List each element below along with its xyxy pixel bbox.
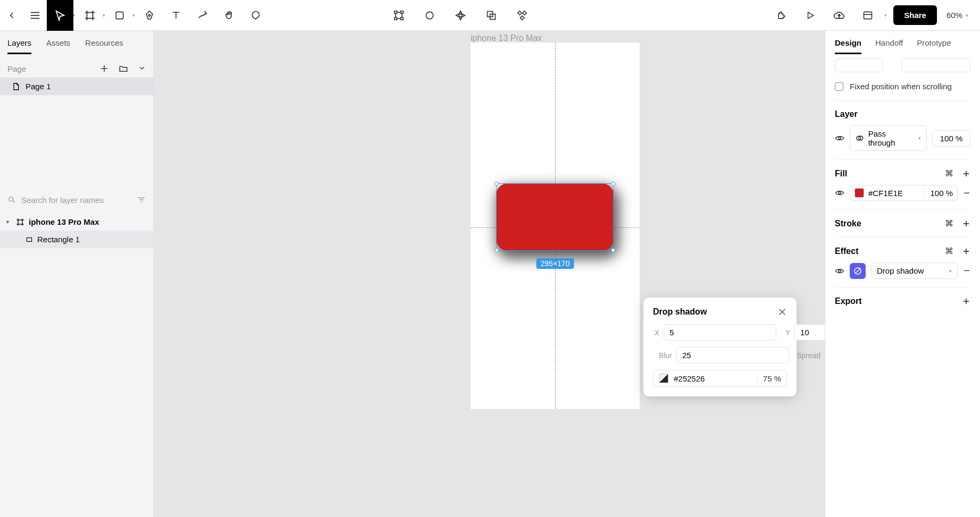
rectangle-tool[interactable] [106,0,133,31]
remove-fill-button[interactable]: − [963,187,970,199]
layer-search-input[interactable] [21,196,131,205]
popup-color-row[interactable]: #252526 75 % [653,370,787,387]
artboard-label[interactable]: iphone 13 Pro Max [471,33,542,43]
plugins-button[interactable] [770,0,793,31]
tree-frame-item[interactable]: ▾ iphone 13 Pro Max [0,213,154,231]
clipped-box-left[interactable] [835,58,883,72]
svg-rect-12 [401,11,404,13]
layer-tree: ▾ iphone 13 Pro Max Rectangle 1 [0,209,154,252]
tab-layers[interactable]: Layers [7,38,31,54]
fixed-position-label: Fixed position when scrolling [850,82,952,91]
effect-caret-icon: ▾ [949,268,952,274]
effect-visibility-toggle[interactable] [835,266,844,276]
collapse-pages-button[interactable] [138,64,146,73]
add-fill-button[interactable] [962,169,970,178]
popup-x-input[interactable] [664,324,776,341]
popup-close-button[interactable] [777,307,787,317]
fill-hex-value[interactable]: #CF1E1E [868,189,920,198]
component-tool[interactable] [510,0,534,31]
effect-settings-button[interactable] [850,263,866,279]
menu-button[interactable] [23,0,47,31]
effect-type-select[interactable]: Drop shadow ▾ [871,262,958,279]
svg-marker-22 [456,14,459,17]
blend-mode-value: Pass through [868,129,914,147]
fill-swatch[interactable] [855,188,864,198]
page-header: Page [0,54,154,78]
resize-handle-br[interactable] [611,248,615,252]
frame-tool[interactable] [77,0,103,31]
pencil-tool[interactable] [189,0,216,31]
hand-tool[interactable] [216,0,242,31]
layer-opacity-input[interactable]: 100 % [932,130,970,147]
artboard[interactable]: 295×170 [471,43,640,409]
blend-mode-select[interactable]: Pass through ▾ [850,125,927,151]
tab-resources[interactable]: Resources [85,38,123,54]
fill-color-control[interactable]: #CF1E1E 100 % [850,185,958,201]
cloud-upload-button[interactable] [827,0,851,31]
move-tool[interactable] [47,0,73,31]
page-item[interactable]: Page 1 [0,78,154,95]
edit-nodes-tool[interactable] [387,0,411,31]
comment-tool[interactable] [242,0,269,31]
tab-handoff[interactable]: Handoff [875,38,903,54]
add-export-button[interactable] [962,297,970,306]
popup-title: Drop shadow [653,307,707,317]
fill-shortcut-icon[interactable]: ⌘ [945,168,953,179]
popup-y-input[interactable] [794,324,825,341]
popup-opacity[interactable]: 75 % [757,374,781,383]
boolean-tool[interactable] [480,0,503,31]
popup-spread-label: Spread [797,351,820,360]
pen-tool[interactable] [136,0,163,31]
resize-handle-tr[interactable] [611,182,615,186]
filter-button[interactable] [137,195,146,205]
zoom-control[interactable]: 60% ▾ [942,11,973,20]
stroke-section: Stroke ⌘ [835,210,970,238]
add-effect-button[interactable] [962,247,970,256]
folder-button[interactable] [119,64,128,73]
add-stroke-button[interactable] [962,219,970,228]
svg-rect-31 [864,12,872,19]
popup-color-value[interactable]: #252526 [674,374,752,383]
right-panel-tabs: Design Handoff Prototype [825,31,980,55]
text-tool[interactable] [163,0,189,31]
resize-handle-tl[interactable] [495,182,499,186]
fixed-position-checkbox[interactable] [835,82,843,91]
page-item-label: Page 1 [26,82,51,91]
tree-caret-icon[interactable]: ▾ [6,219,12,225]
move-tool-dropdown[interactable]: ▾ [71,13,77,18]
svg-rect-14 [401,17,404,20]
canvas[interactable]: iphone 13 Pro Max 295×170 Drop shadow X [154,31,825,517]
layout-button[interactable] [856,0,880,31]
play-button[interactable] [799,0,822,31]
ellipse-quick-tool[interactable] [418,0,441,31]
popup-color-swatch[interactable] [659,374,668,383]
layout-dropdown[interactable]: ▾ [883,13,888,18]
stroke-shortcut-icon[interactable]: ⌘ [945,218,953,228]
svg-marker-26 [518,11,522,14]
blend-caret-icon: ▾ [918,135,921,141]
tab-assets[interactable]: Assets [46,38,70,54]
tab-prototype[interactable]: Prototype [917,38,951,54]
layer-visibility-toggle[interactable] [835,133,844,143]
resize-handle-bl[interactable] [495,248,499,252]
back-button[interactable] [0,0,23,31]
fill-visibility-toggle[interactable] [835,188,844,198]
effect-shortcut-icon[interactable]: ⌘ [945,246,953,256]
share-button[interactable]: Share [893,5,937,25]
align-tool[interactable] [449,0,472,31]
fixed-position-row[interactable]: Fixed position when scrolling [835,78,970,101]
effect-title: Effect [835,247,858,256]
selected-rectangle[interactable] [496,183,614,251]
clipped-box-right[interactable] [901,58,970,72]
remove-effect-button[interactable]: − [963,265,970,277]
tab-design[interactable]: Design [835,38,861,54]
popup-blur-input[interactable] [676,347,789,363]
frame-tool-dropdown[interactable]: ▾ [101,13,106,18]
effect-section: Effect ⌘ Drop shadow ▾ [835,238,970,288]
fill-opacity-value[interactable]: 100 % [924,189,953,198]
add-page-button[interactable] [99,64,109,73]
zoom-caret-icon: ▾ [966,13,968,18]
tree-rectangle-item[interactable]: Rectangle 1 [0,231,154,248]
rectangle-tool-dropdown[interactable]: ▾ [131,13,136,18]
effect-type-value: Drop shadow [877,266,924,275]
